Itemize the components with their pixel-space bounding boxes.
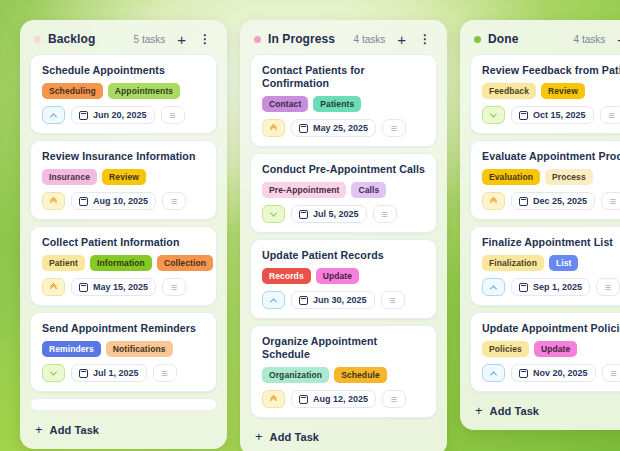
due-date-chip[interactable]: Nov 20, 2025 — [511, 364, 596, 382]
tag[interactable]: Update — [316, 268, 359, 284]
tag[interactable]: Notifications — [106, 341, 173, 357]
due-date-chip[interactable]: Jun 30, 2025 — [291, 291, 375, 309]
task-card[interactable]: Review Feedback from Patients Feedback R… — [470, 54, 620, 134]
task-card[interactable]: Send Appointment Reminders Reminders Not… — [30, 312, 217, 392]
due-date: Jun 30, 2025 — [313, 295, 367, 305]
tag-row: Policies Update — [482, 341, 620, 357]
due-date-chip[interactable]: Jun 20, 2025 — [71, 106, 155, 124]
task-card[interactable]: Review Insurance Information Insurance R… — [30, 140, 217, 220]
tag[interactable]: Reminders — [42, 341, 101, 357]
tag[interactable]: Patient — [42, 255, 85, 271]
priority-low-icon[interactable] — [262, 205, 285, 223]
task-card[interactable]: Organize Appointment Schedule Organizati… — [250, 325, 437, 418]
task-card[interactable]: Evaluate Appointment Process Evaluation … — [470, 140, 620, 220]
notes-icon[interactable]: ≡ — [382, 119, 406, 137]
card-meta: Aug 12, 2025 ≡ — [262, 390, 425, 408]
add-task-button[interactable]: + Add Task — [470, 398, 620, 424]
add-card-icon[interactable]: + — [614, 32, 620, 47]
notes-icon[interactable]: ≡ — [601, 192, 620, 210]
tag[interactable]: Scheduling — [42, 83, 103, 99]
task-card[interactable]: Contact Patients for Confirmation Contac… — [250, 54, 437, 147]
priority-urgent-icon[interactable] — [262, 390, 285, 408]
card-meta: Jul 5, 2025 ≡ — [262, 205, 425, 223]
notes-icon[interactable]: ≡ — [600, 106, 620, 124]
add-task-button[interactable]: + Add Task — [250, 424, 437, 450]
due-date: May 15, 2025 — [93, 282, 148, 292]
priority-high-icon[interactable] — [262, 291, 285, 309]
tag[interactable]: Patients — [313, 96, 361, 112]
calendar-icon — [299, 124, 308, 133]
notes-icon[interactable]: ≡ — [153, 364, 177, 382]
partial-card[interactable] — [30, 398, 217, 411]
priority-urgent-icon[interactable] — [482, 192, 505, 210]
priority-high-icon[interactable] — [482, 364, 505, 382]
notes-icon[interactable]: ≡ — [382, 390, 406, 408]
tag[interactable]: Calls — [351, 182, 386, 198]
priority-low-icon[interactable] — [482, 106, 505, 124]
notes-icon[interactable]: ≡ — [596, 278, 620, 296]
notes-icon[interactable]: ≡ — [381, 291, 405, 309]
add-task-label: Add Task — [270, 431, 320, 443]
add-task-button[interactable]: + Add Task — [30, 417, 217, 443]
tag[interactable]: Contact — [262, 96, 308, 112]
due-date-chip[interactable]: Jul 5, 2025 — [291, 205, 367, 223]
card-meta: Sep 1, 2025 ≡ — [482, 278, 620, 296]
due-date: Jun 20, 2025 — [93, 110, 147, 120]
notes-icon[interactable]: ≡ — [373, 205, 397, 223]
task-card[interactable]: Collect Patient Information Patient Info… — [30, 226, 217, 306]
calendar-icon — [519, 369, 528, 378]
tag[interactable]: Process — [545, 169, 593, 185]
column-menu-icon[interactable]: ⋮ — [196, 33, 213, 45]
calendar-icon — [299, 210, 308, 219]
tag[interactable]: Review — [541, 83, 585, 99]
due-date-chip[interactable]: May 25, 2025 — [291, 119, 376, 137]
tag[interactable]: Update — [534, 341, 577, 357]
tag[interactable]: Feedback — [482, 83, 536, 99]
add-card-icon[interactable]: + — [394, 32, 409, 47]
tag-row: Reminders Notifications — [42, 341, 205, 357]
tag-row: Patient Information Collection — [42, 255, 205, 271]
task-card[interactable]: Schedule Appointments Scheduling Appoint… — [30, 54, 217, 134]
priority-urgent-icon[interactable] — [42, 192, 65, 210]
tag[interactable]: Policies — [482, 341, 529, 357]
priority-high-icon[interactable] — [42, 106, 65, 124]
add-task-label: Add Task — [490, 405, 540, 417]
due-date-chip[interactable]: Aug 12, 2025 — [291, 390, 376, 408]
tag[interactable]: Finalization — [482, 255, 544, 271]
notes-icon[interactable]: ≡ — [602, 364, 620, 382]
tag[interactable]: Organization — [262, 367, 329, 383]
column-menu-icon[interactable]: ⋮ — [416, 33, 433, 45]
priority-high-icon[interactable] — [482, 278, 505, 296]
notes-icon[interactable]: ≡ — [161, 106, 185, 124]
tag[interactable]: Insurance — [42, 169, 97, 185]
tag[interactable]: Information — [90, 255, 152, 271]
priority-urgent-icon[interactable] — [262, 119, 285, 137]
tag[interactable]: Schedule — [334, 367, 387, 383]
due-date-chip[interactable]: May 15, 2025 — [71, 278, 156, 296]
tag[interactable]: Collection — [157, 255, 213, 271]
priority-low-icon[interactable] — [42, 364, 65, 382]
due-date-chip[interactable]: Sep 1, 2025 — [511, 278, 590, 296]
priority-urgent-icon[interactable] — [42, 278, 65, 296]
column-status-dot — [34, 36, 41, 43]
due-date-chip[interactable]: Aug 10, 2025 — [71, 192, 156, 210]
tag[interactable]: Pre-Appointment — [262, 182, 346, 198]
tag[interactable]: Review — [102, 169, 146, 185]
tag[interactable]: List — [549, 255, 579, 271]
due-date-chip[interactable]: Dec 25, 2025 — [511, 192, 595, 210]
calendar-icon — [519, 197, 528, 206]
tag[interactable]: Records — [262, 268, 311, 284]
task-card[interactable]: Update Appointment Policies Policies Upd… — [470, 312, 620, 392]
add-card-icon[interactable]: + — [174, 32, 189, 47]
task-card[interactable]: Update Patient Records Records Update Ju… — [250, 239, 437, 319]
due-date-chip[interactable]: Oct 15, 2025 — [511, 106, 594, 124]
task-card[interactable]: Conduct Pre-Appointment Calls Pre-Appoin… — [250, 153, 437, 233]
tag[interactable]: Evaluation — [482, 169, 540, 185]
notes-icon[interactable]: ≡ — [162, 278, 186, 296]
task-card[interactable]: Finalize Appointment List Finalization L… — [470, 226, 620, 306]
card-meta: Aug 10, 2025 ≡ — [42, 192, 205, 210]
notes-icon[interactable]: ≡ — [162, 192, 186, 210]
plus-icon: + — [475, 404, 483, 417]
due-date-chip[interactable]: Jul 1, 2025 — [71, 364, 147, 382]
tag[interactable]: Appointments — [108, 83, 180, 99]
